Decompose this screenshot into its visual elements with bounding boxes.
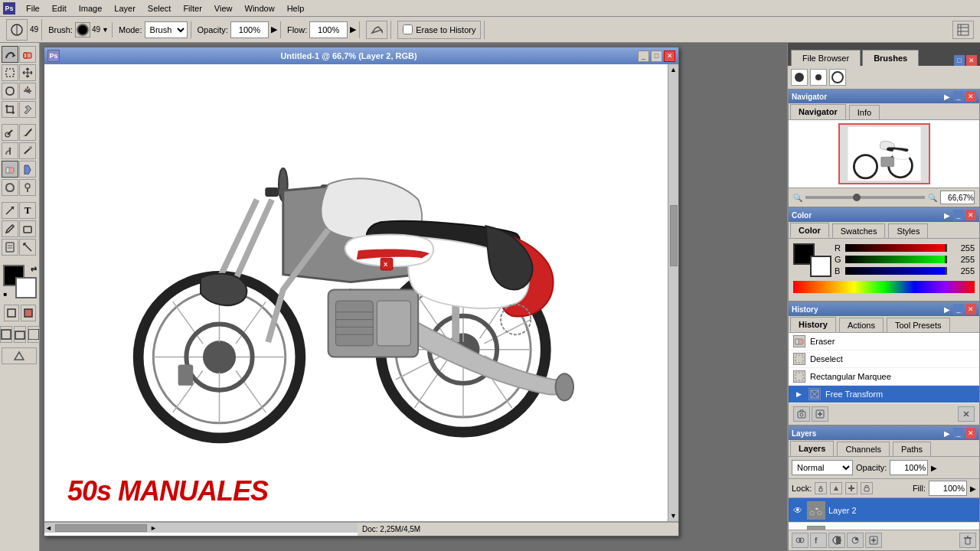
lock-image-btn[interactable] — [830, 482, 842, 494]
fill-arrow-btn[interactable]: ▶ — [970, 484, 976, 493]
menu-edit[interactable]: Edit — [46, 2, 73, 15]
new-snapshot-btn[interactable] — [793, 406, 810, 422]
menu-help[interactable]: Help — [281, 2, 311, 15]
brush-picker[interactable]: 49 ▼ — [75, 22, 109, 37]
history-item-eraser[interactable]: Eraser — [789, 333, 979, 350]
red-slider[interactable] — [845, 244, 947, 252]
color-close-btn[interactable]: ✕ — [965, 210, 976, 220]
palette-button[interactable] — [952, 21, 974, 39]
create-new-document-btn[interactable] — [812, 406, 828, 422]
zoom-slider[interactable] — [805, 196, 925, 199]
tab-channels[interactable]: Channels — [837, 442, 889, 456]
minimize-button[interactable]: _ — [638, 51, 649, 62]
layers-expand-icon[interactable]: ▶ — [944, 429, 950, 438]
blue-slider[interactable] — [845, 267, 947, 275]
layer-style-btn[interactable]: f — [810, 533, 827, 548]
opacity-value-input[interactable] — [890, 460, 928, 475]
tool-path[interactable] — [2, 202, 18, 219]
background-color[interactable] — [15, 277, 37, 298]
color-expand-icon[interactable]: ▶ — [944, 211, 950, 220]
tool-fill[interactable] — [19, 161, 36, 178]
vertical-scrollbar[interactable]: ▲ ▼ — [668, 64, 678, 521]
layer-item-layer2[interactable]: 👁 Layer 2 — [789, 498, 979, 523]
nav-min-btn[interactable]: _ — [953, 91, 964, 102]
layer-item-layer1[interactable]: 👁 Layer 1 — [789, 523, 979, 530]
tab-actions[interactable]: Actions — [839, 318, 884, 332]
airbrush-button[interactable] — [366, 21, 387, 39]
delete-state-btn[interactable] — [958, 406, 975, 422]
delete-layer-btn[interactable] — [959, 533, 976, 548]
jump-to-imageready-btn[interactable] — [2, 347, 37, 364]
panel-resize-btn[interactable]: □ — [954, 55, 965, 66]
zoom-out-icon[interactable]: 🔍 — [793, 194, 802, 202]
zoom-in-icon[interactable]: 🔍 — [928, 194, 937, 202]
color-spectrum-bar[interactable] — [793, 281, 975, 293]
brush-preset-1[interactable] — [791, 69, 808, 86]
menu-select[interactable]: Select — [142, 2, 178, 15]
tab-styles[interactable]: Styles — [888, 223, 928, 238]
erase-to-history-button[interactable]: Erase to History — [397, 21, 481, 39]
color-min-btn[interactable]: _ — [953, 210, 964, 220]
screen-mode-btn[interactable] — [0, 326, 12, 343]
screen-mode-3-btn[interactable] — [28, 326, 40, 343]
tool-type[interactable]: T — [19, 202, 36, 219]
swap-colors-icon[interactable]: ⇄ — [31, 265, 37, 273]
tab-info[interactable]: Info — [849, 105, 880, 119]
history-close-btn[interactable]: ✕ — [965, 304, 976, 315]
tool-eyedropper[interactable] — [19, 101, 36, 118]
tab-layers[interactable]: Layers — [790, 441, 834, 456]
color-selector[interactable]: ■ ⇄ — [3, 265, 37, 298]
erase-history-checkbox[interactable] — [403, 24, 413, 34]
brush-preset-2[interactable] — [810, 69, 827, 86]
tool-lasso[interactable] — [2, 83, 18, 99]
tool-marquee-rect[interactable] — [2, 64, 18, 81]
brush-preset-3[interactable] — [829, 69, 846, 86]
tool-spot-heal[interactable] — [2, 124, 18, 141]
close-button[interactable]: ✕ — [664, 51, 675, 62]
layer-mask-btn[interactable] — [828, 533, 845, 548]
tool-crop[interactable] — [2, 101, 18, 118]
maximize-button[interactable]: □ — [651, 51, 662, 62]
lock-all-btn[interactable] — [861, 482, 873, 494]
tool-eraser-2[interactable] — [2, 161, 18, 178]
menu-filter[interactable]: Filter — [177, 2, 207, 15]
tool-shape[interactable] — [19, 220, 36, 237]
color-bg-swatch[interactable] — [810, 256, 831, 277]
brush-tool-icon[interactable] — [6, 19, 28, 41]
flow-arrow[interactable]: ▶ — [350, 24, 356, 34]
tool-brush[interactable] — [19, 124, 36, 141]
layers-min-btn[interactable]: _ — [953, 428, 964, 439]
navigator-expand-icon[interactable]: ▶ — [944, 93, 950, 101]
opacity-input[interactable] — [230, 21, 269, 38]
menu-layer[interactable]: Layer — [108, 2, 142, 15]
tab-file-browser[interactable]: File Browser — [791, 50, 861, 66]
tool-dodge[interactable] — [19, 179, 36, 196]
tab-brushes[interactable]: Brushes — [862, 50, 919, 66]
tool-art-history[interactable] — [19, 142, 36, 159]
layer-link-btn[interactable] — [792, 533, 808, 548]
mode-select[interactable]: Brush Pencil Block — [145, 21, 188, 38]
menu-file[interactable]: File — [20, 2, 46, 15]
opacity-arrow[interactable]: ▶ — [271, 24, 277, 34]
tool-stamp[interactable] — [2, 142, 18, 159]
tool-move[interactable] — [19, 64, 36, 81]
zoom-value-input[interactable] — [940, 191, 975, 204]
opacity-arrow-btn[interactable]: ▶ — [931, 464, 937, 472]
green-slider[interactable] — [845, 256, 947, 263]
flow-input[interactable] — [309, 21, 348, 38]
panel-close-btn[interactable]: ✕ — [966, 55, 977, 66]
history-item-deselect[interactable]: Deselect — [789, 350, 979, 368]
layer2-visibility-btn[interactable]: 👁 — [792, 504, 804, 517]
lock-position-btn[interactable] — [845, 482, 858, 494]
tab-history[interactable]: History — [790, 317, 836, 332]
standard-mode-btn[interactable] — [4, 305, 19, 321]
lock-transparent-btn[interactable] — [815, 482, 827, 494]
blend-mode-select[interactable]: Normal Dissolve Multiply Screen — [792, 460, 853, 475]
history-item-marquee[interactable]: Rectangular Marquee — [789, 368, 979, 386]
tool-pen[interactable] — [2, 220, 18, 237]
new-fill-layer-btn[interactable] — [847, 533, 864, 548]
tool-blur[interactable] — [2, 179, 18, 196]
history-item-transform[interactable]: ▶ Free Transform — [789, 386, 979, 403]
nav-close-btn[interactable]: ✕ — [965, 91, 976, 102]
canvas-inner[interactable]: X 50s MANUALES — [44, 64, 668, 521]
